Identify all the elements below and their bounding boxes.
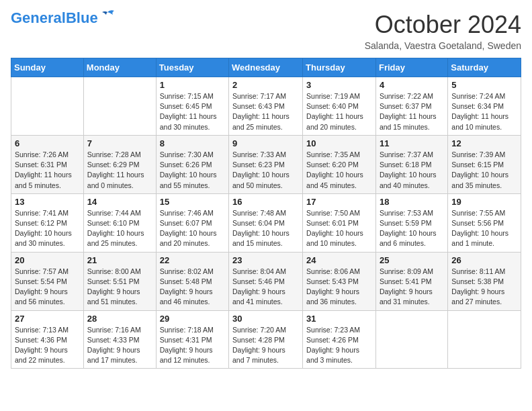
calendar-cell: 16Sunrise: 7:48 AM Sunset: 6:04 PM Dayli… [229,193,303,252]
calendar-cell: 27Sunrise: 7:13 AM Sunset: 4:36 PM Dayli… [11,310,84,369]
calendar-cell: 12Sunrise: 7:39 AM Sunset: 6:15 PM Dayli… [448,135,521,193]
day-info: Sunrise: 7:13 AM Sunset: 4:36 PM Dayligh… [15,325,80,366]
day-number: 19 [451,197,517,207]
calendar-cell: 8Sunrise: 7:30 AM Sunset: 6:26 PM Daylig… [156,135,228,193]
week-row-1: 1Sunrise: 7:15 AM Sunset: 6:45 PM Daylig… [11,77,521,136]
location-subtitle: Salanda, Vaestra Goetaland, Sweden [365,40,521,51]
day-number: 26 [451,255,517,265]
day-info: Sunrise: 7:37 AM Sunset: 6:18 PM Dayligh… [380,150,444,191]
day-number: 16 [232,197,299,207]
calendar-cell [448,310,521,369]
calendar-cell: 19Sunrise: 7:55 AM Sunset: 5:56 PM Dayli… [448,193,521,252]
day-number: 5 [451,80,517,90]
calendar-cell: 2Sunrise: 7:17 AM Sunset: 6:43 PM Daylig… [229,77,303,136]
week-row-3: 13Sunrise: 7:41 AM Sunset: 6:12 PM Dayli… [11,193,521,252]
calendar-cell: 7Sunrise: 7:28 AM Sunset: 6:29 PM Daylig… [83,135,156,193]
day-info: Sunrise: 8:04 AM Sunset: 5:46 PM Dayligh… [232,267,299,308]
calendar-cell: 4Sunrise: 7:22 AM Sunset: 6:37 PM Daylig… [375,77,447,136]
calendar-cell: 25Sunrise: 8:09 AM Sunset: 5:41 PM Dayli… [375,252,447,310]
weekday-header-row: SundayMondayTuesdayWednesdayThursdayFrid… [11,58,521,77]
header-tuesday: Tuesday [156,58,228,77]
header-saturday: Saturday [448,58,521,77]
day-number: 7 [87,138,152,148]
logo-text: GeneralBlue [11,11,98,26]
day-number: 30 [232,314,299,324]
logo-bird-icon [101,9,116,21]
day-number: 1 [160,80,225,90]
month-title: October 2024 [365,11,521,39]
day-number: 21 [87,255,152,265]
day-number: 6 [15,138,80,148]
day-number: 22 [160,255,225,265]
day-number: 31 [306,314,372,324]
calendar-cell: 10Sunrise: 7:35 AM Sunset: 6:20 PM Dayli… [303,135,376,193]
day-number: 13 [15,197,80,207]
calendar-cell: 6Sunrise: 7:26 AM Sunset: 6:31 PM Daylig… [11,135,84,193]
day-info: Sunrise: 8:06 AM Sunset: 5:43 PM Dayligh… [306,267,372,308]
day-info: Sunrise: 7:53 AM Sunset: 5:59 PM Dayligh… [380,208,444,249]
page-header: GeneralBlue October 2024 Salanda, Vaestr… [11,11,521,51]
day-info: Sunrise: 7:23 AM Sunset: 4:26 PM Dayligh… [306,325,372,366]
calendar-cell: 17Sunrise: 7:50 AM Sunset: 6:01 PM Dayli… [303,193,376,252]
calendar-cell: 31Sunrise: 7:23 AM Sunset: 4:26 PM Dayli… [303,310,376,369]
day-number: 12 [451,138,517,148]
day-info: Sunrise: 7:18 AM Sunset: 4:31 PM Dayligh… [160,325,225,366]
day-info: Sunrise: 7:48 AM Sunset: 6:04 PM Dayligh… [232,208,299,249]
calendar-cell: 24Sunrise: 8:06 AM Sunset: 5:43 PM Dayli… [303,252,376,310]
day-info: Sunrise: 7:30 AM Sunset: 6:26 PM Dayligh… [160,150,225,191]
week-row-4: 20Sunrise: 7:57 AM Sunset: 5:54 PM Dayli… [11,252,521,310]
day-info: Sunrise: 8:02 AM Sunset: 5:48 PM Dayligh… [160,267,225,308]
calendar-cell: 26Sunrise: 8:11 AM Sunset: 5:38 PM Dayli… [448,252,521,310]
week-row-5: 27Sunrise: 7:13 AM Sunset: 4:36 PM Dayli… [11,310,521,369]
day-number: 15 [160,197,225,207]
day-info: Sunrise: 7:33 AM Sunset: 6:23 PM Dayligh… [232,150,299,191]
calendar-cell: 13Sunrise: 7:41 AM Sunset: 6:12 PM Dayli… [11,193,84,252]
header-friday: Friday [375,58,447,77]
calendar-cell: 18Sunrise: 7:53 AM Sunset: 5:59 PM Dayli… [375,193,447,252]
calendar-cell: 23Sunrise: 8:04 AM Sunset: 5:46 PM Dayli… [229,252,303,310]
header-wednesday: Wednesday [229,58,303,77]
day-info: Sunrise: 7:55 AM Sunset: 5:56 PM Dayligh… [451,208,517,249]
day-number: 9 [232,138,299,148]
day-number: 27 [15,314,80,324]
day-info: Sunrise: 7:57 AM Sunset: 5:54 PM Dayligh… [15,267,80,308]
day-info: Sunrise: 7:22 AM Sunset: 6:37 PM Dayligh… [380,91,444,132]
day-info: Sunrise: 7:41 AM Sunset: 6:12 PM Dayligh… [15,208,80,249]
day-info: Sunrise: 7:44 AM Sunset: 6:10 PM Dayligh… [87,208,152,249]
logo: GeneralBlue [11,11,116,26]
day-info: Sunrise: 7:19 AM Sunset: 6:40 PM Dayligh… [306,91,372,132]
week-row-2: 6Sunrise: 7:26 AM Sunset: 6:31 PM Daylig… [11,135,521,193]
title-block: October 2024 Salanda, Vaestra Goetaland,… [365,11,521,51]
day-info: Sunrise: 7:28 AM Sunset: 6:29 PM Dayligh… [87,150,152,191]
header-monday: Monday [83,58,156,77]
day-number: 28 [87,314,152,324]
calendar-cell: 5Sunrise: 7:24 AM Sunset: 6:34 PM Daylig… [448,77,521,136]
calendar-cell: 28Sunrise: 7:16 AM Sunset: 4:33 PM Dayli… [83,310,156,369]
calendar-cell: 14Sunrise: 7:44 AM Sunset: 6:10 PM Dayli… [83,193,156,252]
day-number: 10 [306,138,372,148]
calendar-cell: 20Sunrise: 7:57 AM Sunset: 5:54 PM Dayli… [11,252,84,310]
calendar-cell: 22Sunrise: 8:02 AM Sunset: 5:48 PM Dayli… [156,252,228,310]
day-info: Sunrise: 7:39 AM Sunset: 6:15 PM Dayligh… [451,150,517,191]
day-info: Sunrise: 7:24 AM Sunset: 6:34 PM Dayligh… [451,91,517,132]
calendar-cell: 11Sunrise: 7:37 AM Sunset: 6:18 PM Dayli… [375,135,447,193]
calendar-cell [83,77,156,136]
day-number: 24 [306,255,372,265]
day-number: 18 [380,197,444,207]
calendar-cell: 30Sunrise: 7:20 AM Sunset: 4:28 PM Dayli… [229,310,303,369]
day-number: 20 [15,255,80,265]
day-number: 25 [380,255,444,265]
day-number: 4 [380,80,444,90]
day-info: Sunrise: 7:15 AM Sunset: 6:45 PM Dayligh… [160,91,225,132]
day-number: 29 [160,314,225,324]
day-number: 11 [380,138,444,148]
day-info: Sunrise: 7:35 AM Sunset: 6:20 PM Dayligh… [306,150,372,191]
day-number: 8 [160,138,225,148]
header-sunday: Sunday [11,58,84,77]
day-number: 3 [306,80,372,90]
day-info: Sunrise: 7:16 AM Sunset: 4:33 PM Dayligh… [87,325,152,366]
calendar-cell: 3Sunrise: 7:19 AM Sunset: 6:40 PM Daylig… [303,77,376,136]
day-number: 23 [232,255,299,265]
day-info: Sunrise: 8:00 AM Sunset: 5:51 PM Dayligh… [87,267,152,308]
calendar-cell [375,310,447,369]
